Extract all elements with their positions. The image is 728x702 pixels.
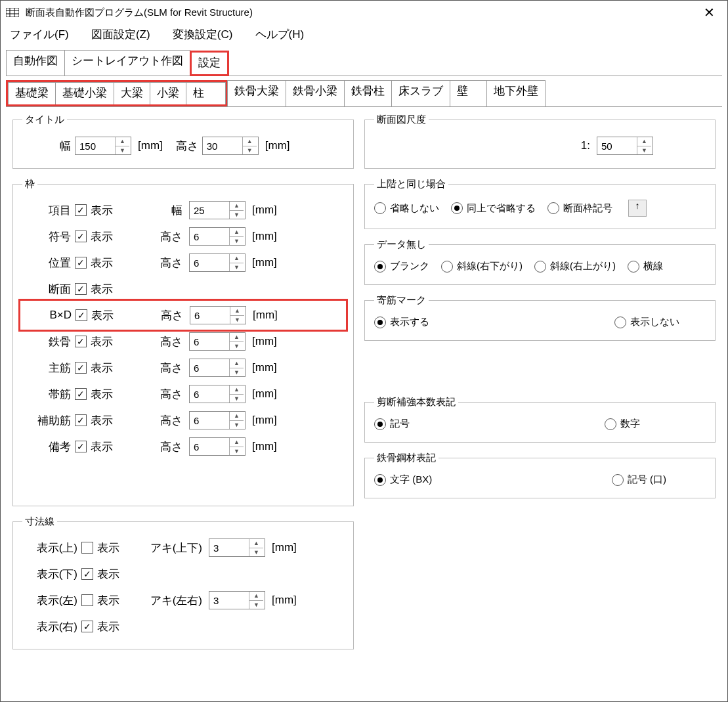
frame-position-checkbox[interactable] bbox=[75, 257, 87, 269]
dimline-right-checkbox[interactable] bbox=[81, 621, 93, 632]
frame-steel-spinner[interactable]: ▲▼ bbox=[189, 332, 246, 351]
frame-main-input[interactable] bbox=[190, 359, 229, 376]
frame-aux-label: 補助筋 bbox=[22, 413, 75, 428]
dimline-top-checkbox[interactable] bbox=[81, 542, 93, 554]
frame-bxd-spinner[interactable]: ▲▼ bbox=[190, 306, 246, 324]
frame-symbol-input[interactable] bbox=[190, 228, 229, 245]
dimline-aki-tb-spinner[interactable]: ▲▼ bbox=[209, 538, 265, 557]
steelmat-opts-radio-1-icon bbox=[612, 474, 624, 486]
frame-remark-input[interactable] bbox=[190, 438, 229, 455]
frame-symbol-checkbox[interactable] bbox=[75, 230, 87, 242]
tab2-3[interactable]: 小梁 bbox=[150, 82, 186, 104]
sameupper-opts-radio-2-icon bbox=[547, 202, 559, 214]
frame-aux-checkbox[interactable] bbox=[75, 414, 87, 426]
dimline-aki-lr-spinner[interactable]: ▲▼ bbox=[209, 591, 265, 609]
group-shear: 剪断補強本数表記 記号数字 bbox=[364, 396, 716, 443]
close-button[interactable]: ✕ bbox=[696, 5, 722, 20]
frame-remark-checkbox[interactable] bbox=[75, 441, 87, 452]
sameupper-opts-opt-0[interactable]: 省略しない bbox=[374, 202, 439, 215]
frame-remark-showlabel: 表示 bbox=[91, 439, 137, 454]
steelmat-opts-opt-0[interactable]: 文字 (BX) bbox=[374, 473, 432, 486]
sameupper-symbol-button[interactable]: ↑ bbox=[628, 200, 647, 217]
frame-row-section: 断面 表示 bbox=[22, 276, 344, 302]
frame-hoop-spinner[interactable]: ▲▼ bbox=[189, 385, 246, 403]
frame-position-spinner[interactable]: ▲▼ bbox=[189, 253, 246, 272]
dimline-left-label: 表示(左) bbox=[22, 593, 81, 608]
frame-main-spinner[interactable]: ▲▼ bbox=[189, 359, 246, 377]
group-steelmat: 鉄骨鋼材表記 文字 (BX)記号 (口) bbox=[364, 452, 716, 498]
frame-remark-spinner[interactable]: ▲▼ bbox=[189, 437, 246, 456]
frame-aux-input[interactable] bbox=[190, 412, 229, 429]
scale-spinner[interactable]: ▲▼ bbox=[597, 137, 653, 155]
title-width-input[interactable] bbox=[75, 137, 115, 154]
dimline-bottom-checkbox[interactable] bbox=[81, 568, 93, 580]
dimline-aki-lr-label: アキ(左右) bbox=[143, 593, 209, 608]
dimline-left-checkbox[interactable] bbox=[81, 594, 93, 606]
sameupper-opts-opt-1[interactable]: 同上で省略する bbox=[451, 202, 536, 215]
content-columns: タイトル 幅 ▲▼ [mm] 高さ ▲▼ [mm] bbox=[1, 114, 727, 659]
steelmat-opts-opt-1[interactable]: 記号 (口) bbox=[612, 473, 666, 486]
group-sameupper: 上階と同じ場合 省略しない同上で省略する断面枠記号↑ bbox=[364, 178, 716, 229]
frame-bxd-input[interactable] bbox=[190, 307, 230, 324]
tab2-6[interactable]: 鉄骨小梁 bbox=[286, 80, 345, 106]
menu-help[interactable]: ヘルプ(H) bbox=[255, 28, 305, 41]
nodata-opts-opt-2[interactable]: 斜線(右上がり) bbox=[534, 260, 616, 273]
nodata-opts-opt-3[interactable]: 横線 bbox=[628, 260, 663, 273]
tab2-10[interactable]: 地下外壁 bbox=[486, 80, 546, 106]
spinner-buttons[interactable]: ▲▼ bbox=[115, 137, 129, 154]
shear-opts-opt-1[interactable]: 数字 bbox=[605, 418, 640, 430]
nodata-opts-opt-0[interactable]: ブランク bbox=[374, 260, 429, 273]
tab2-9[interactable]: 壁 bbox=[450, 80, 487, 106]
frame-bxd-checkbox[interactable] bbox=[75, 309, 87, 321]
frame-symbol-label: 符号 bbox=[22, 229, 75, 244]
right-column: 断面図尺度 1: ▲▼ 上階と同じ場合 省略しない同上で省略する断面枠記号↑ デ… bbox=[364, 114, 716, 659]
title-height-spinner[interactable]: ▲▼ bbox=[202, 137, 259, 155]
group-title-legend: タイトル bbox=[22, 114, 67, 126]
frame-hoop-input[interactable] bbox=[190, 385, 229, 403]
closemark-opts-opt-0[interactable]: 表示する bbox=[374, 316, 429, 328]
tab2-8[interactable]: 床スラブ bbox=[391, 80, 450, 106]
tab2-0[interactable]: 基礎梁 bbox=[8, 82, 56, 104]
frame-hoop-checkbox[interactable] bbox=[75, 388, 87, 400]
frame-main-showlabel: 表示 bbox=[91, 361, 137, 376]
tab2-1[interactable]: 基礎小梁 bbox=[55, 82, 114, 104]
frame-steel-input[interactable] bbox=[190, 333, 229, 350]
frame-steel-showlabel: 表示 bbox=[91, 334, 137, 349]
group-dimline: 寸法線 表示(上) 表示アキ(上下) ▲▼ [mm]表示(下) 表示表示(左) … bbox=[12, 516, 354, 649]
tab1-settings[interactable]: 設定 bbox=[190, 51, 229, 76]
frame-bxd-dimlabel: 高さ bbox=[137, 308, 190, 323]
shear-opts-opt-0[interactable]: 記号 bbox=[374, 418, 410, 430]
menu-drawing[interactable]: 図面設定(Z) bbox=[91, 28, 150, 41]
frame-item-spinner[interactable]: ▲▼ bbox=[189, 201, 246, 219]
frame-main-checkbox[interactable] bbox=[75, 362, 87, 374]
frame-bxd-label: B×D bbox=[23, 309, 75, 322]
frame-steel-checkbox[interactable] bbox=[75, 336, 87, 347]
frame-section-checkbox[interactable] bbox=[75, 283, 87, 295]
shear-opts-radio-1-icon bbox=[605, 418, 616, 430]
menu-file[interactable]: ファイル(F) bbox=[10, 28, 69, 41]
title-height-input[interactable] bbox=[203, 137, 242, 154]
title-width-label: 幅 bbox=[22, 139, 75, 154]
menu-convert[interactable]: 変換設定(C) bbox=[173, 28, 233, 41]
tab2-5[interactable]: 鉄骨大梁 bbox=[227, 80, 286, 106]
frame-symbol-spinner[interactable]: ▲▼ bbox=[189, 227, 246, 246]
nodata-opts-opt-1[interactable]: 斜線(右下がり) bbox=[441, 260, 523, 273]
closemark-opts-opt-1[interactable]: 表示しない bbox=[614, 316, 679, 328]
sameupper-opts-opt-2[interactable]: 断面枠記号 bbox=[547, 202, 612, 215]
frame-item-input[interactable] bbox=[190, 202, 229, 219]
frame-aux-dimlabel: 高さ bbox=[137, 413, 189, 428]
titlebar: 断面表自動作図プログラム(SLM for Revit Structure) ✕ bbox=[1, 1, 727, 24]
title-width-spinner[interactable]: ▲▼ bbox=[75, 137, 131, 155]
scale-input[interactable] bbox=[597, 137, 637, 154]
frame-position-input[interactable] bbox=[190, 254, 229, 271]
tab2-7[interactable]: 鉄骨柱 bbox=[344, 80, 392, 106]
frame-item-showlabel: 表示 bbox=[91, 203, 137, 218]
frame-item-checkbox[interactable] bbox=[75, 204, 87, 216]
frame-row-position: 位置 表示高さ ▲▼ [mm] bbox=[22, 250, 344, 276]
tab1-auto[interactable]: 自動作図 bbox=[6, 50, 65, 76]
tab2-4[interactable]: 柱 bbox=[186, 82, 226, 104]
tab1-sheet[interactable]: シートレイアウト作図 bbox=[64, 50, 190, 76]
tab2-2[interactable]: 大梁 bbox=[114, 82, 150, 104]
frame-aux-spinner[interactable]: ▲▼ bbox=[189, 411, 246, 429]
frame-main-label: 主筋 bbox=[22, 361, 75, 376]
